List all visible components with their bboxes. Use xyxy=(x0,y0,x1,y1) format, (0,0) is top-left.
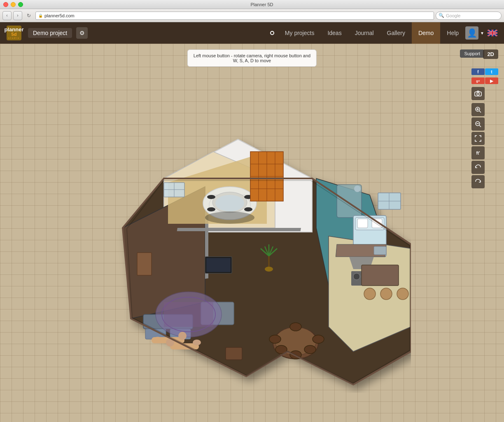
project-name-area: Demo project ⚙ xyxy=(28,27,88,39)
browser-titlebar: Planner 5D xyxy=(0,0,504,9)
svg-point-60 xyxy=(313,335,324,343)
facebook-button[interactable]: f xyxy=(471,68,485,75)
right-tools: f t g+ ▶ xyxy=(471,68,498,188)
logo-icon: planner 5d studio xyxy=(7,26,21,40)
app-container: planner 5d studio Demo project ⚙ My proj… xyxy=(0,22,504,422)
svg-point-74 xyxy=(178,332,187,340)
logo-number: 5d xyxy=(12,32,17,37)
dot-indicator xyxy=(270,31,274,35)
svg-rect-48 xyxy=(357,219,368,228)
svg-rect-25 xyxy=(177,228,301,231)
svg-point-45 xyxy=(354,185,361,192)
address-bar[interactable]: 🔒 planner5d.com xyxy=(35,12,434,20)
svg-rect-71 xyxy=(164,302,213,327)
svg-rect-56 xyxy=(362,265,399,286)
svg-point-88 xyxy=(380,288,392,300)
logo[interactable]: planner 5d studio xyxy=(7,26,21,40)
minimize-button[interactable] xyxy=(11,2,16,7)
svg-point-80 xyxy=(265,267,273,272)
browser-toolbar: ‹ › ↻ 🔒 planner5d.com 🔍 Google xyxy=(0,9,504,22)
nav-right: 👤 ▼ xyxy=(465,26,497,40)
measure-button[interactable]: ft' xyxy=(471,146,485,159)
support-button[interactable]: Support xyxy=(460,49,484,58)
lock-icon: 🔒 xyxy=(38,14,43,18)
nav-my-projects[interactable]: My projects xyxy=(278,22,321,44)
search-icon: 🔍 xyxy=(439,13,444,18)
redo-button[interactable] xyxy=(471,175,485,188)
tooltip: Left mouse button - rotate camera, right… xyxy=(187,49,317,67)
svg-rect-79 xyxy=(206,258,231,272)
close-button[interactable] xyxy=(3,2,8,7)
googleplus-button[interactable]: g+ xyxy=(471,77,485,84)
nav-gallery[interactable]: Gallery xyxy=(380,22,412,44)
svg-point-31 xyxy=(215,195,244,211)
back-button[interactable]: ‹ xyxy=(2,11,12,20)
top-nav: planner 5d studio Demo project ⚙ My proj… xyxy=(0,22,504,44)
svg-point-32 xyxy=(205,211,254,224)
svg-point-87 xyxy=(364,288,376,300)
2d-mode-button[interactable]: 2D xyxy=(483,49,498,59)
undo-button[interactable] xyxy=(471,161,485,174)
svg-point-61 xyxy=(290,323,301,331)
twitter-button[interactable]: t xyxy=(485,68,498,75)
user-dropdown-arrow[interactable]: ▼ xyxy=(480,31,484,35)
svg-point-76 xyxy=(193,340,201,345)
svg-point-33 xyxy=(207,207,215,211)
svg-rect-91 xyxy=(137,253,152,275)
browser-chrome: Planner 5D ‹ › ↻ 🔒 planner5d.com 🔍 Googl… xyxy=(0,0,504,22)
svg-point-59 xyxy=(269,335,281,343)
search-bar[interactable]: 🔍 Google xyxy=(436,12,502,20)
user-avatar[interactable]: 👤 xyxy=(465,26,478,40)
zoom-in-button[interactable] xyxy=(471,103,485,116)
settings-button[interactable]: ⚙ xyxy=(76,27,88,39)
nav-help[interactable]: Help xyxy=(440,22,465,44)
svg-line-12 xyxy=(479,111,481,113)
svg-rect-55 xyxy=(374,246,386,255)
youtube-button[interactable]: ▶ xyxy=(485,77,498,84)
refresh-button[interactable]: ↻ xyxy=(26,12,32,19)
browser-title: Planner 5D xyxy=(23,2,501,7)
fullscreen-button[interactable] xyxy=(471,132,485,145)
nav-demo[interactable]: Demo xyxy=(412,22,440,44)
nav-journal[interactable]: Journal xyxy=(348,22,380,44)
camera-button[interactable] xyxy=(471,87,485,100)
project-name[interactable]: Demo project xyxy=(28,28,72,38)
maximize-button[interactable] xyxy=(18,2,23,7)
svg-point-64 xyxy=(304,345,316,354)
svg-point-10 xyxy=(477,93,479,95)
forward-button[interactable]: › xyxy=(13,11,22,20)
floorplan-3d[interactable] xyxy=(73,71,411,394)
main-viewport[interactable]: Left mouse button - rotate camera, right… xyxy=(0,44,504,422)
language-flag[interactable] xyxy=(488,30,497,36)
logo-sub: studio xyxy=(8,37,20,39)
nav-links: My projects Ideas Journal Gallery Demo H… xyxy=(278,22,465,44)
svg-point-34 xyxy=(244,207,252,211)
traffic-lights xyxy=(3,2,23,7)
svg-point-53 xyxy=(353,273,360,280)
nav-center xyxy=(270,31,274,35)
svg-rect-90 xyxy=(226,347,242,360)
nav-ideas[interactable]: Ideas xyxy=(321,22,348,44)
svg-line-16 xyxy=(479,125,481,127)
svg-point-89 xyxy=(397,288,408,300)
search-placeholder: Google xyxy=(446,13,460,18)
zoom-out-button[interactable] xyxy=(471,117,485,131)
address-text: planner5d.com xyxy=(44,13,75,18)
svg-point-35 xyxy=(207,195,215,199)
